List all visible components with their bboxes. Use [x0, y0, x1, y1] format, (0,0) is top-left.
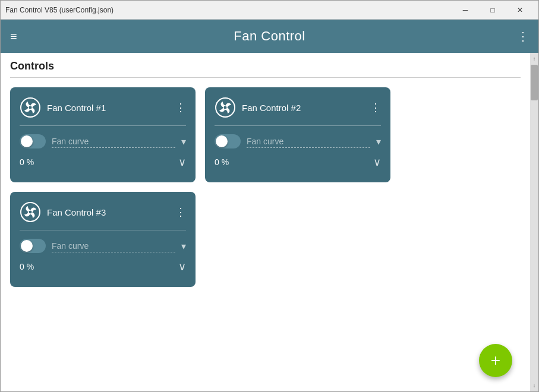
dropdown-arrow-2[interactable]: ▾	[376, 136, 381, 147]
card-header-3: Fan Control #3 ⋮	[20, 201, 186, 223]
card-divider-2	[215, 125, 381, 126]
fan-card-3: Fan Control #3 ⋮ Fan curve ▾ 0 % ∨	[10, 192, 196, 287]
fan-icon-3	[20, 201, 41, 223]
fan-card-2: Fan Control #2 ⋮ Fan curve ▾ 0 % ∨	[205, 87, 390, 182]
card-divider-3	[20, 230, 186, 230]
fan-icon-1	[20, 97, 41, 118]
app-window: Fan Control V85 (userConfig.json) ─ □ ✕ …	[0, 0, 539, 392]
scroll-up-arrow[interactable]: ↑	[530, 54, 538, 64]
app-title: Fan Control	[234, 29, 305, 44]
fan-icon-2	[215, 97, 236, 118]
card-header-1: Fan Control #1 ⋮	[20, 97, 186, 118]
close-button[interactable]: ✕	[506, 1, 534, 20]
app-header: ≡ Fan Control ⋮	[1, 20, 538, 53]
dropdown-arrow-1[interactable]: ▾	[181, 136, 186, 147]
percentage-row-2: 0 % ∨	[215, 156, 381, 169]
percentage-text-3: 0 %	[20, 262, 34, 271]
card-title-1: Fan Control #1	[47, 103, 169, 113]
scroll-area[interactable]: Controls Fa	[1, 53, 530, 391]
maximize-button[interactable]: □	[479, 1, 506, 20]
card-menu-icon-2[interactable]: ⋮	[370, 102, 381, 113]
cards-grid: Fan Control #1 ⋮ Fan curve ▾ 0 % ∨	[10, 87, 390, 287]
dropdown-arrow-3[interactable]: ▾	[181, 241, 186, 252]
card-curve-row-2: Fan curve ▾	[215, 134, 381, 148]
more-vert-icon[interactable]: ⋮	[517, 29, 529, 43]
expand-arrow-1[interactable]: ∨	[178, 156, 186, 169]
percentage-row-1: 0 % ∨	[20, 156, 186, 169]
scrollbar[interactable]: ↑ ↓	[530, 53, 538, 391]
card-header-2: Fan Control #2 ⋮	[215, 97, 381, 118]
card-title-2: Fan Control #2	[242, 103, 364, 113]
percentage-text-1: 0 %	[20, 157, 34, 167]
fan-card-1: Fan Control #1 ⋮ Fan curve ▾ 0 % ∨	[10, 87, 196, 182]
card-divider-1	[20, 125, 186, 126]
scroll-thumb[interactable]	[531, 65, 538, 100]
main-content: Controls Fa	[1, 53, 538, 391]
card-title-3: Fan Control #3	[47, 207, 169, 217]
card-menu-icon-3[interactable]: ⋮	[175, 207, 186, 217]
fab-container: +	[479, 344, 512, 377]
svg-point-1	[29, 106, 32, 109]
card-menu-icon-1[interactable]: ⋮	[175, 102, 186, 113]
percentage-text-2: 0 %	[215, 157, 229, 167]
toggle-switch-2[interactable]	[215, 134, 241, 148]
expand-arrow-3[interactable]: ∨	[178, 260, 186, 273]
toggle-switch-1[interactable]	[20, 134, 46, 148]
fan-curve-label-1: Fan curve	[52, 135, 175, 148]
toggle-knob-2	[216, 135, 228, 147]
add-fan-control-button[interactable]: +	[479, 344, 512, 377]
svg-point-3	[223, 106, 227, 109]
fan-curve-label-2: Fan curve	[247, 135, 370, 148]
scroll-down-arrow[interactable]: ↓	[530, 381, 538, 390]
window-controls: ─ □ ✕	[452, 1, 534, 20]
svg-point-5	[29, 210, 32, 214]
minimize-button[interactable]: ─	[452, 1, 479, 20]
section-title: Controls	[10, 60, 521, 72]
hamburger-icon[interactable]: ≡	[10, 30, 17, 42]
toggle-knob-3	[21, 240, 33, 252]
card-curve-row-3: Fan curve ▾	[20, 239, 186, 253]
fan-curve-label-3: Fan curve	[52, 240, 175, 252]
section-divider	[10, 77, 521, 78]
percentage-row-3: 0 % ∨	[20, 260, 186, 273]
card-curve-row-1: Fan curve ▾	[20, 134, 186, 148]
window-title: Fan Control V85 (userConfig.json)	[5, 6, 452, 14]
title-bar: Fan Control V85 (userConfig.json) ─ □ ✕	[1, 1, 538, 20]
toggle-switch-3[interactable]	[20, 239, 46, 253]
controls-section: Controls	[10, 60, 521, 78]
toggle-knob-1	[21, 135, 33, 147]
expand-arrow-2[interactable]: ∨	[373, 156, 381, 169]
